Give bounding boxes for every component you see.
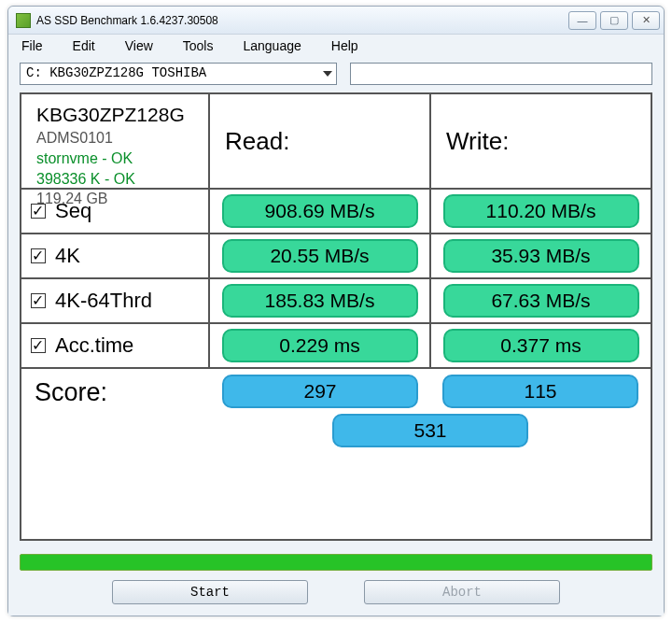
fourk-checkbox[interactable] xyxy=(31,248,46,263)
info-textbox[interactable] xyxy=(350,63,652,85)
button-row: Start Abort xyxy=(8,580,664,616)
fourk-label: 4K xyxy=(55,244,80,268)
acc-write-cell: 0.377 ms xyxy=(431,324,651,367)
fourk64-read-cell: 185.83 MB/s xyxy=(210,279,431,322)
drive-info: KBG30ZPZ128G ADMS0101 stornvme - OK 3983… xyxy=(21,94,210,188)
acc-read: 0.229 ms xyxy=(222,329,418,362)
menubar: File Edit View Tools Language Help xyxy=(8,35,664,61)
seq-label: Seq xyxy=(55,199,91,223)
progress-area xyxy=(8,548,664,580)
fourk-read: 20.55 MB/s xyxy=(222,239,418,273)
row-score: Score: 297 115 531 xyxy=(21,369,651,539)
acc-read-cell: 0.229 ms xyxy=(210,324,431,367)
score-label: Score: xyxy=(21,369,210,539)
score-values: 297 115 531 xyxy=(210,369,651,539)
row-acc: Acc.time 0.229 ms 0.377 ms xyxy=(21,324,651,369)
score-write: 115 xyxy=(442,375,638,408)
fourk64-write-cell: 67.63 MB/s xyxy=(431,279,651,322)
seq-write-cell: 110.20 MB/s xyxy=(431,190,651,233)
app-icon xyxy=(16,13,31,28)
menu-language[interactable]: Language xyxy=(243,38,301,53)
drive-select[interactable]: C: KBG30ZPZ128G TOSHIBA xyxy=(20,63,337,85)
fourk-label-cell: 4K xyxy=(21,234,210,277)
seq-checkbox[interactable] xyxy=(31,204,46,219)
titlebar[interactable]: AS SSD Benchmark 1.6.4237.30508 — ▢ ✕ xyxy=(8,7,664,35)
seq-read: 908.69 MB/s xyxy=(222,194,418,228)
seq-write: 110.20 MB/s xyxy=(443,194,639,228)
app-window: AS SSD Benchmark 1.6.4237.30508 — ▢ ✕ Fi… xyxy=(7,6,665,616)
menu-help[interactable]: Help xyxy=(331,38,358,53)
menu-view[interactable]: View xyxy=(125,38,153,53)
menu-tools[interactable]: Tools xyxy=(183,38,214,53)
acc-write: 0.377 ms xyxy=(443,329,639,362)
row-4k64: 4K-64Thrd 185.83 MB/s 67.63 MB/s xyxy=(21,279,651,324)
maximize-button[interactable]: ▢ xyxy=(600,11,628,30)
drive-row: C: KBG30ZPZ128G TOSHIBA xyxy=(8,61,664,92)
read-header: Read: xyxy=(210,94,431,188)
score-read: 297 xyxy=(222,375,418,408)
acc-label-cell: Acc.time xyxy=(21,324,210,367)
fourk-write: 35.93 MB/s xyxy=(443,239,639,273)
seq-read-cell: 908.69 MB/s xyxy=(210,190,431,233)
window-title: AS SSD Benchmark 1.6.4237.30508 xyxy=(36,14,568,27)
progress-bar xyxy=(20,554,652,571)
abort-button[interactable]: Abort xyxy=(364,580,560,604)
acc-label: Acc.time xyxy=(55,333,133,358)
drive-model: KBG30ZPZ128G xyxy=(36,102,185,128)
minimize-button[interactable]: — xyxy=(568,11,596,30)
close-button[interactable]: ✕ xyxy=(632,11,660,30)
header-row: KBG30ZPZ128G ADMS0101 stornvme - OK 3983… xyxy=(21,94,651,190)
fourk-write-cell: 35.93 MB/s xyxy=(431,234,651,277)
fourk-read-cell: 20.55 MB/s xyxy=(210,234,431,277)
seq-label-cell: Seq xyxy=(21,190,210,233)
results-grid: KBG30ZPZ128G ADMS0101 stornvme - OK 3983… xyxy=(20,92,652,541)
menu-edit[interactable]: Edit xyxy=(73,38,95,53)
alignment-status: 398336 K - OK xyxy=(36,169,135,190)
row-seq: Seq 908.69 MB/s 110.20 MB/s xyxy=(21,190,651,234)
fourk64-write: 67.63 MB/s xyxy=(443,284,639,318)
fourk64-label: 4K-64Thrd xyxy=(55,289,152,313)
start-button[interactable]: Start xyxy=(112,580,308,604)
menu-file[interactable]: File xyxy=(21,38,43,53)
score-total: 531 xyxy=(332,414,528,447)
fourk64-checkbox[interactable] xyxy=(31,293,46,308)
row-4k: 4K 20.55 MB/s 35.93 MB/s xyxy=(21,234,651,279)
fourk64-label-cell: 4K-64Thrd xyxy=(21,279,210,322)
fourk64-read: 185.83 MB/s xyxy=(222,284,418,318)
driver-status: stornvme - OK xyxy=(36,149,133,169)
window-controls: — ▢ ✕ xyxy=(568,11,660,30)
write-header: Write: xyxy=(431,94,651,188)
drive-firmware: ADMS0101 xyxy=(36,128,113,149)
acc-checkbox[interactable] xyxy=(31,338,46,353)
